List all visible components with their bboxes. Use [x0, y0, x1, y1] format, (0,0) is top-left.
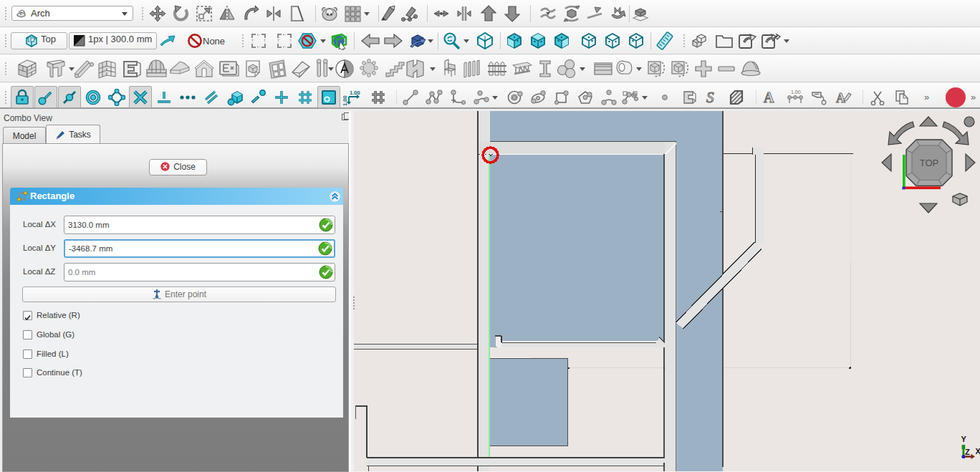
svg-text:A: A	[764, 90, 774, 105]
svg-text:X: X	[976, 447, 980, 456]
svg-text:Z: Z	[965, 448, 970, 456]
svg-text:A: A	[836, 91, 845, 105]
svg-text:TOP: TOP	[920, 158, 939, 168]
svg-text:1.00: 1.00	[350, 90, 360, 96]
svg-text:1.00: 1.00	[343, 95, 348, 106]
svg-text:Y: Y	[961, 435, 967, 443]
svg-text:S: S	[706, 89, 714, 106]
svg-text:1.00: 1.00	[791, 90, 801, 95]
